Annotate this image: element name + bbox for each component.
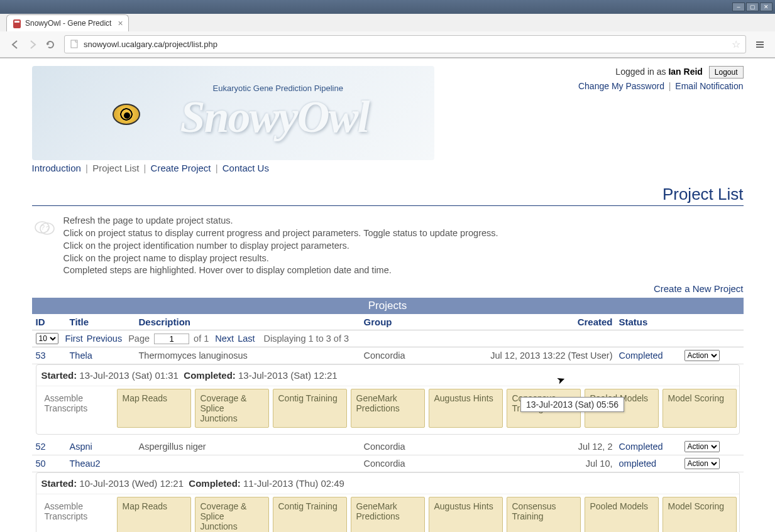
step-augustus-hints[interactable]: Augustus Hints (429, 389, 503, 428)
owl-image (63, 72, 151, 160)
info-text: Refresh the page to update project statu… (63, 215, 498, 277)
tab-title: SnowyOwl - Gene Predict (25, 19, 111, 28)
pager-page-label: Page (128, 334, 150, 344)
project-created: Jul 12, 2 (487, 442, 619, 452)
col-status[interactable]: Status (619, 317, 684, 327)
col-title[interactable]: Title (70, 317, 139, 327)
pager-top: 10 First Previous Page of 1 Next Last Di… (32, 330, 744, 347)
project-title-link[interactable]: Aspni (70, 442, 92, 452)
step-augustus-hints[interactable]: Augustus Hints (429, 497, 503, 532)
project-id-link[interactable]: 50 (36, 459, 46, 469)
step-pooled-models[interactable]: Pooled Models (585, 497, 659, 532)
svg-text:?: ? (46, 225, 50, 232)
step-map-reads[interactable]: Map Reads (117, 497, 191, 532)
page-viewport: Eukaryotic Gene Prediction Pipeline Snow… (0, 58, 775, 532)
action-select[interactable]: Action (684, 441, 720, 452)
reload-button[interactable] (41, 36, 59, 53)
browser-chrome: SnowyOwl - Gene Predict × snowyowl.ucalg… (0, 14, 775, 58)
tab-close-icon[interactable]: × (118, 18, 123, 28)
create-new-project-link[interactable]: Create a New Project (654, 283, 744, 294)
step-assemble-transcripts[interactable]: Assemble Transcripts (39, 389, 113, 428)
step-map-reads[interactable]: Map Reads (117, 389, 191, 428)
col-id[interactable]: ID (36, 317, 70, 327)
action-select[interactable]: Action (684, 458, 720, 469)
step-assemble-transcripts[interactable]: Assemble Transcripts (39, 497, 113, 532)
project-id-link[interactable]: 52 (36, 442, 46, 452)
favicon-icon (12, 18, 22, 28)
back-button[interactable] (6, 36, 24, 53)
change-password-link[interactable]: Change My Password (578, 81, 664, 91)
email-notification-link[interactable]: Email Notification (675, 81, 743, 91)
nav-create-project[interactable]: Create Project (151, 163, 211, 173)
info-icon: ?? (32, 215, 57, 240)
project-title-link[interactable]: Theau2 (70, 459, 101, 469)
step-contig-training[interactable]: Contig Training (273, 389, 347, 428)
completed-label: Completed: (189, 478, 241, 489)
page-icon (70, 40, 80, 50)
pager-first[interactable]: First (65, 334, 83, 344)
per-page-select[interactable]: 10 (36, 333, 58, 344)
tab-bar: SnowyOwl - Gene Predict × (0, 14, 775, 31)
svg-rect-3 (756, 41, 764, 43)
action-select[interactable]: Action (684, 350, 720, 361)
step-model-scoring[interactable]: Model Scoring (662, 497, 737, 532)
window-minimize-button[interactable]: – (732, 3, 745, 11)
info-line: Click on the project name to display pro… (63, 252, 498, 264)
svg-rect-1 (14, 21, 19, 23)
nav-links: Introduction | Project List | Create Pro… (32, 163, 744, 173)
window-close-button[interactable]: ✕ (760, 3, 772, 11)
user-area: Logged in as Ian Reid Logout Change My P… (578, 66, 744, 91)
completed-value: 13-Jul-2013 (Sat) 12:21 (238, 370, 338, 381)
project-group: Concordia (364, 350, 487, 361)
info-line: Click on the project identification numb… (63, 240, 498, 252)
project-created: Jul 10, (487, 459, 619, 469)
logout-button[interactable]: Logout (709, 66, 744, 79)
page-input[interactable] (154, 334, 189, 344)
completed-value: 11-Jul-2013 (Thu) 02:49 (243, 478, 344, 489)
browser-tab[interactable]: SnowyOwl - Gene Predict × (6, 14, 129, 31)
svg-rect-4 (756, 44, 764, 45)
step-model-scoring[interactable]: Model Scoring (662, 389, 737, 428)
url-bar[interactable]: snowyowl.ucalgary.ca/project/list.php ☆ (64, 35, 746, 53)
logged-in-label: Logged in as (615, 67, 668, 77)
project-created: Jul 12, 2013 13:22 (Test User) (487, 350, 619, 361)
hover-tooltip: 13-Jul-2013 (Sat) 05:56 (520, 397, 624, 412)
step-contig-training[interactable]: Contig Training (273, 497, 347, 532)
svg-text:?: ? (41, 224, 45, 231)
bookmark-star-icon[interactable]: ☆ (732, 38, 740, 50)
step-genemark-predictions[interactable]: GeneMark Predictions (351, 389, 425, 428)
info-line: Completed steps are highlighted. Hover o… (63, 264, 498, 276)
col-description[interactable]: Description (139, 317, 364, 327)
svg-rect-2 (71, 40, 77, 48)
separator: | (669, 81, 671, 91)
info-line: Click on project status to display curre… (63, 227, 498, 239)
project-status-link[interactable]: Completed (619, 442, 663, 452)
forward-button[interactable] (24, 36, 41, 53)
col-group[interactable]: Group (364, 317, 487, 327)
completed-label: Completed: (184, 370, 236, 381)
step-coverage-splice[interactable]: Coverage & Splice Junctions (195, 497, 269, 532)
step-coverage-splice[interactable]: Coverage & Splice Junctions (195, 389, 269, 428)
table-column-headers: ID Title Description Group Created Statu… (32, 314, 744, 330)
project-desc: Thermomyces lanuginosus (139, 350, 364, 361)
project-group: Concordia (364, 442, 487, 452)
pager-of-label: of 1 (194, 334, 209, 344)
pager-previous[interactable]: Previous (87, 334, 122, 344)
project-id-link[interactable]: 53 (36, 350, 46, 361)
step-consensus-training[interactable]: Consensus Training (507, 497, 581, 532)
project-status-link[interactable]: Completed (619, 350, 663, 361)
info-line: Refresh the page to update project statu… (63, 215, 498, 227)
step-genemark-predictions[interactable]: GeneMark Predictions (351, 497, 425, 532)
project-status-link[interactable]: ompleted (619, 459, 657, 469)
window-maximize-button[interactable]: ▢ (746, 3, 759, 11)
nav-introduction[interactable]: Introduction (32, 163, 81, 173)
col-created[interactable]: Created (487, 317, 619, 327)
table-title: Projects (32, 298, 744, 314)
nav-contact-us[interactable]: Contact Us (223, 163, 269, 173)
project-detail: Started: 10-Jul-2013 (Wed) 12:21 Complet… (36, 472, 740, 532)
pager-next[interactable]: Next (215, 334, 234, 344)
pager-last[interactable]: Last (238, 334, 255, 344)
steps-row: Assemble Transcripts Map Reads Coverage … (36, 386, 739, 430)
project-title-link[interactable]: Thela (70, 350, 92, 361)
browser-menu-button[interactable] (751, 36, 769, 53)
